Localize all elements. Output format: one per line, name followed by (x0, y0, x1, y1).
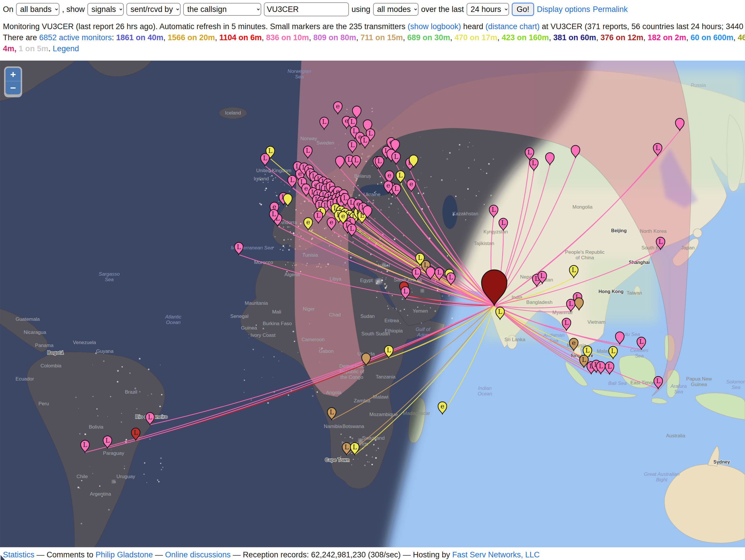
permalink-link[interactable]: Permalink (593, 5, 628, 14)
text-part: heard (461, 22, 486, 31)
map-label: Panama (35, 343, 54, 348)
svg-text:L: L (492, 206, 496, 213)
band-select[interactable]: all bands (16, 3, 59, 16)
text-part[interactable]: (show logbook) (408, 22, 461, 31)
svg-text:L: L (354, 156, 358, 164)
map-label: Namibia (324, 424, 342, 429)
svg-text:L: L (148, 413, 152, 421)
map-label: Russia (691, 83, 706, 88)
over-label: over the last (421, 5, 464, 14)
corner-artifact (1, 555, 5, 560)
map-label: Australia (666, 433, 686, 438)
map-label: Yemen (413, 308, 428, 314)
on-label: On (3, 5, 13, 14)
svg-text:e: e (572, 339, 576, 346)
zoom-control: + − (4, 66, 22, 97)
svg-text:L: L (105, 437, 110, 444)
map-label: Nicaragua (24, 330, 46, 335)
svg-text:L: L (527, 149, 532, 156)
band-count: 60 on 600m (690, 33, 733, 42)
svg-text:e: e (386, 182, 390, 189)
map-label: Zambia (354, 398, 370, 404)
map-label: Bogotá (47, 350, 63, 355)
svg-text:L: L (582, 356, 586, 363)
map-label: Bangladesh (526, 300, 552, 305)
callsign-input[interactable] (264, 2, 349, 16)
map-label: Bali Sea (608, 380, 626, 386)
map-label: Peru (38, 401, 49, 406)
text-part: at VU3CER (371 reports, 56 countries las… (540, 22, 745, 31)
zoom-in-button[interactable]: + (5, 68, 21, 81)
map-label: Uruguay (117, 474, 135, 479)
svg-text:L: L (350, 118, 355, 125)
svg-text:L: L (532, 159, 536, 167)
zoom-out-button[interactable]: − (5, 81, 21, 94)
svg-text:L: L (415, 269, 419, 276)
text-part: 4m, (3, 44, 17, 53)
text-part[interactable]: 6852 active monitors (39, 33, 112, 42)
band-count: 376 on 12m (601, 33, 643, 42)
svg-text:L: L (316, 212, 321, 219)
propagation-map[interactable]: NorwegianSeaIcelandNorwaySwedenUnited Ki… (0, 61, 745, 547)
map-label: Ethiopia (385, 328, 403, 334)
svg-text:L: L (134, 429, 138, 436)
band-count: 1861 on 40m (116, 33, 163, 42)
svg-text:L: L (345, 443, 349, 451)
band-count: 1566 on 20m (168, 33, 215, 42)
band-count: 423 on 160m (502, 33, 549, 42)
band-count: 711 on 15m (361, 33, 403, 42)
svg-text:L: L (330, 408, 334, 416)
map-label: Mauritania (245, 301, 268, 306)
svg-text:L: L (378, 157, 382, 165)
band-count: 46 on 70cm (738, 33, 745, 42)
svg-text:L: L (498, 308, 503, 315)
map-label: Guatemala (15, 316, 40, 322)
map-label: Madagascar (403, 410, 430, 416)
footer-status: Statistics — Comments to Philip Gladston… (3, 550, 540, 559)
svg-text:e: e (336, 102, 339, 110)
text-part[interactable]: (distance chart) (486, 22, 540, 31)
map-label: Sudan (360, 313, 375, 319)
text-part: 1 on 5m (19, 44, 48, 53)
svg-text:L: L (656, 377, 660, 384)
svg-text:L: L (83, 441, 87, 448)
svg-text:L: L (268, 147, 272, 154)
text-part: : (112, 33, 116, 42)
target-select[interactable]: the callsign (183, 3, 261, 16)
go-button[interactable]: Go! (512, 3, 535, 16)
map-label: Cape Town (325, 458, 350, 462)
footer: Statistics — Comments to Philip Gladston… (0, 547, 745, 560)
text-part[interactable]: Online discussions (165, 550, 231, 559)
text-part[interactable]: Fast Serv Networks, LLC (452, 550, 540, 559)
text-part[interactable]: Legend (53, 44, 79, 53)
svg-text:e: e (341, 212, 345, 220)
svg-text:L: L (263, 154, 267, 162)
map-label: IndianOcean (478, 385, 492, 397)
svg-text:L: L (353, 127, 357, 135)
map-label: Japan (681, 245, 694, 251)
svg-text:L: L (348, 156, 352, 163)
display-options-link[interactable]: Display options (537, 5, 590, 14)
map-label: Bolivia (89, 424, 104, 430)
map-label: Belarus (354, 174, 371, 179)
map-label: Shanghai (629, 260, 650, 265)
band-count: 381 on 60m (553, 33, 596, 42)
text-part: — (153, 550, 165, 559)
band-count: 689 on 30m (407, 33, 450, 42)
map-label: Guyana (96, 348, 114, 354)
svg-text:L: L (350, 199, 354, 206)
mode-select[interactable]: all modes (373, 3, 419, 16)
map-label: Mali (272, 309, 281, 315)
svg-text:e: e (409, 180, 413, 188)
text-part[interactable]: Philip Gladstone (96, 550, 153, 559)
svg-text:L: L (290, 176, 294, 184)
svg-text:L: L (437, 269, 442, 276)
direction-select[interactable]: sent/rcvd by (126, 3, 181, 16)
map-label: Niger (303, 306, 315, 312)
map-label: Taiwan (627, 290, 642, 296)
svg-text:L: L (306, 147, 310, 154)
text-part[interactable]: Statistics (3, 550, 34, 559)
period-select[interactable]: 24 hours (466, 3, 509, 16)
map-label: Sri Lanka (505, 337, 525, 342)
show-select[interactable]: signals (87, 3, 124, 16)
